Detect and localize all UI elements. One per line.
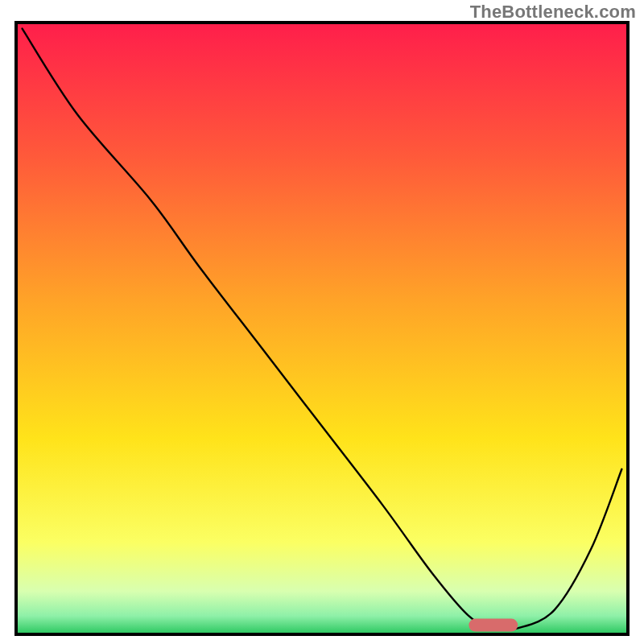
optimal-range-marker [469,619,518,632]
chart-stage: TheBottleneck.com [0,0,644,644]
bottleneck-chart [0,0,644,644]
watermark-text: TheBottleneck.com [470,2,636,23]
gradient-background [16,23,628,634]
